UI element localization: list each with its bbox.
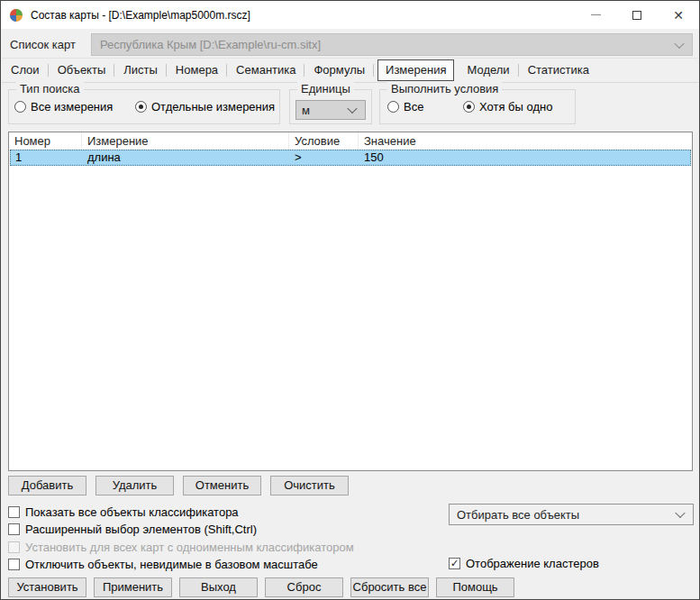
tab-semantics[interactable]: Семантика xyxy=(227,59,305,81)
measurements-table: Номер Измерение Условие Значение 1 длина… xyxy=(8,132,693,471)
checkbox-extended-selection[interactable]: Расширенный выбор элементов (Shift,Ctrl) xyxy=(8,523,257,536)
checkbox-icon xyxy=(8,506,20,518)
radio-at-least-one[interactable]: Хотя бы одно xyxy=(463,100,552,114)
minimize-icon xyxy=(591,14,601,15)
dialog-window: Состав карты - [D:\Example\map5000m.rscz… xyxy=(0,0,700,600)
maximize-icon xyxy=(632,11,641,20)
radio-icon xyxy=(135,101,147,113)
tab-measurements[interactable]: Измерения xyxy=(377,59,454,81)
checkbox-display-clusters[interactable]: ✓ Отображение кластеров xyxy=(449,557,599,570)
reset-all-button[interactable]: Сбросить все xyxy=(350,577,429,597)
chevron-down-icon xyxy=(347,104,357,114)
radio-icon xyxy=(463,101,475,113)
radio-icon xyxy=(387,101,399,113)
column-header-number[interactable]: Номер xyxy=(9,132,82,150)
chevron-down-icon xyxy=(674,38,684,48)
column-header-measurement[interactable]: Измерение xyxy=(82,132,289,150)
group-search-type-legend: Тип поиска xyxy=(16,82,84,95)
checkbox-show-all-classifier-objects[interactable]: Показать все объекты классификатора xyxy=(8,505,239,519)
radio-label: Все xyxy=(404,100,423,114)
window-title: Состав карты - [D:\Example\map5000m.rscz… xyxy=(31,9,250,22)
set-button[interactable]: Установить xyxy=(8,577,86,597)
close-icon: ✕ xyxy=(673,9,684,22)
radio-label: Все измерения xyxy=(31,100,113,114)
map-list-value: Республика Крым [D:\Example\ru-cm.sitx] xyxy=(100,38,321,51)
checkbox-disable-invisible-objects[interactable]: Отключить объекты, невидимые в базовом м… xyxy=(8,558,318,571)
cancel-row-button[interactable]: Отменить xyxy=(183,476,261,495)
checkbox-label: Отключить объекты, невидимые в базовом м… xyxy=(25,558,318,571)
clear-button[interactable]: Очистить xyxy=(270,476,349,495)
table-row[interactable]: 1 длина > 150 xyxy=(10,150,691,166)
checkbox-label: Установить для всех карт с одноименным к… xyxy=(25,541,354,554)
selection-mode-value: Отбирать все объекты xyxy=(457,508,579,522)
tab-layers[interactable]: Слои xyxy=(2,59,49,81)
radio-icon xyxy=(14,101,26,113)
checkbox-icon xyxy=(8,541,20,553)
close-button[interactable]: ✕ xyxy=(658,1,699,29)
tab-models[interactable]: Модели xyxy=(458,59,518,81)
radio-label: Хотя бы одно xyxy=(479,100,552,114)
checkbox-icon xyxy=(8,523,20,535)
row-cell-measurement: длина xyxy=(83,150,295,165)
tab-sheets[interactable]: Листы xyxy=(114,59,167,81)
object-selection-mode-combobox[interactable]: Отбирать все объекты xyxy=(449,504,694,525)
add-button[interactable]: Добавить xyxy=(8,476,86,495)
row-cell-number: 1 xyxy=(11,150,87,165)
checkbox-set-for-all-maps: Установить для всех карт с одноименным к… xyxy=(8,541,354,554)
app-icon xyxy=(9,8,23,23)
group-conditions-legend: Выполнить условия xyxy=(387,82,502,95)
radio-label: Отдельные измерения xyxy=(151,100,275,114)
apply-button[interactable]: Применить xyxy=(94,577,172,597)
map-list-combobox[interactable]: Республика Крым [D:\Example\ru-cm.sitx] xyxy=(91,33,693,56)
checkbox-checked-icon: ✓ xyxy=(449,558,460,569)
units-combobox[interactable]: м xyxy=(295,100,366,120)
tab-numbers[interactable]: Номера xyxy=(167,59,227,81)
group-units-legend: Единицы xyxy=(297,82,354,95)
column-header-value[interactable]: Значение xyxy=(359,132,692,150)
row-cell-condition: > xyxy=(290,150,364,165)
radio-all-conditions[interactable]: Все xyxy=(387,100,423,114)
radio-all-measurements[interactable]: Все измерения xyxy=(14,100,113,114)
checkbox-label: Показать все объекты классификатора xyxy=(25,505,239,519)
map-list-label: Список карт xyxy=(10,38,76,51)
window-controls: ✕ xyxy=(575,1,699,29)
titlebar: Состав карты - [D:\Example\map5000m.rscz… xyxy=(1,1,699,29)
delete-button[interactable]: Удалить xyxy=(95,476,174,495)
chevron-down-icon xyxy=(675,508,685,518)
tab-formulas[interactable]: Формулы xyxy=(305,59,374,81)
group-search-type: Тип поиска Все измерения Отдельные измер… xyxy=(8,89,280,124)
units-value: м xyxy=(302,104,310,117)
tab-statistics[interactable]: Статистика xyxy=(519,59,598,81)
radio-individual-measurements[interactable]: Отдельные измерения xyxy=(135,100,275,114)
group-units: Единицы м xyxy=(289,89,372,124)
column-header-condition[interactable]: Условие xyxy=(289,132,359,150)
tab-bar: Слои Объекты Листы Номера Семантика Форм… xyxy=(2,58,698,83)
tab-objects[interactable]: Объекты xyxy=(49,59,115,81)
checkbox-label: Расширенный выбор элементов (Shift,Ctrl) xyxy=(25,523,257,536)
reset-button[interactable]: Сброс xyxy=(265,577,343,597)
checkbox-icon xyxy=(8,559,20,570)
minimize-button[interactable] xyxy=(575,1,616,29)
maximize-button[interactable] xyxy=(616,1,658,29)
row-cell-value: 150 xyxy=(359,150,690,165)
help-button[interactable]: Помощь xyxy=(436,577,514,597)
checkbox-label: Отображение кластеров xyxy=(466,557,599,570)
group-conditions: Выполнить условия Все Хотя бы одно xyxy=(379,89,576,124)
exit-button[interactable]: Выход xyxy=(179,577,258,597)
